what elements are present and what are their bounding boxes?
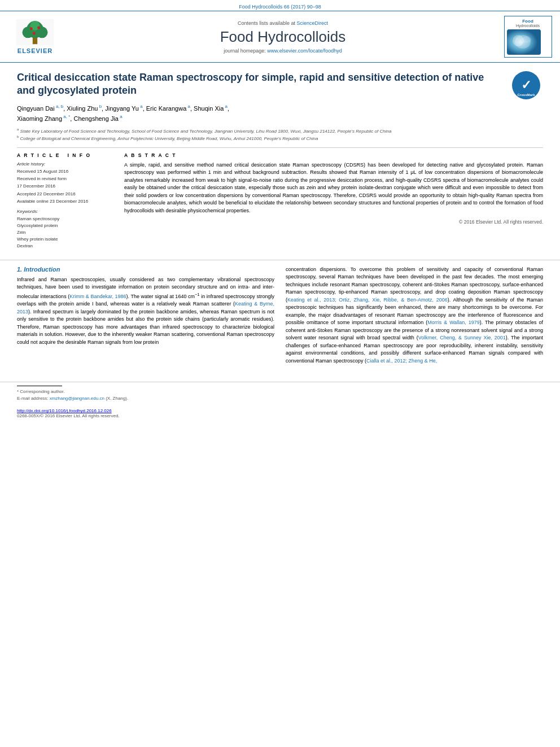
authors: Qingyuan Dai a, b, Xiuling Zhu b, Jingya… [17, 103, 543, 124]
sciencedirect-anchor[interactable]: ScienceDirect [297, 20, 329, 26]
intro-para-1: Infrared and Raman spectroscopies, usual… [17, 276, 274, 347]
keyword-dextran: Dextran [17, 243, 116, 250]
affiliations: a State Key Laboratory of Food Science a… [17, 127, 543, 142]
keywords-label: Keywords: [17, 209, 116, 214]
article-content: Critical desiccation state Raman spectro… [0, 63, 560, 255]
elsevier-logo-area: ELSEVIER [7, 19, 63, 54]
cite-volkmer[interactable]: Volkmer, Cheng, & Sunney Xie, 2001 [418, 335, 506, 340]
intro-heading: 1. Introduction [17, 266, 274, 273]
email-note: E-mail address: xmzhang@jiangnan.edu.cn … [17, 395, 543, 402]
right-logo-title: Food [507, 19, 549, 24]
accepted-date: Accepted 22 December 2016 [17, 191, 116, 197]
right-logo-box: Food Hydrocolloids [502, 16, 553, 58]
svg-text:✓: ✓ [521, 78, 531, 92]
right-col: A B S T R A C T A simple, rapid, and sen… [124, 152, 543, 250]
right-logo-inner: Food Hydrocolloids [504, 16, 552, 58]
corresponding-note: * Corresponding author. [17, 388, 543, 395]
doi-anchor[interactable]: http://dx.doi.org/10.1016/j.foodhyd.2016… [17, 408, 112, 413]
keyword-zein: Zein [17, 229, 116, 236]
svg-point-6 [30, 27, 33, 30]
abstract-text: A simple, rapid, and sensitive method na… [124, 161, 543, 215]
article-info-abstract: A R T I C L E I N F O Article history: R… [17, 147, 543, 250]
svg-point-8 [33, 32, 36, 35]
keyword-whey: Whey protein isolate [17, 236, 116, 243]
copyright: © 2016 Elsevier Ltd. All rights reserved… [124, 219, 543, 225]
hydrocolloids-image [507, 29, 541, 55]
history-label: Article history: [17, 161, 116, 167]
keyword-raman: Raman spectroscopy [17, 216, 116, 222]
cite-keating-byrne[interactable]: Keating & Byrne, 2013 [17, 301, 274, 314]
available-date: Available online 23 December 2016 [17, 198, 116, 204]
homepage-url[interactable]: www.elsevier.com/locate/foodhyd [267, 48, 342, 54]
journal-header: ELSEVIER Contents lists available at Sci… [0, 11, 560, 63]
issn-line: 0268-005X/© 2016 Elsevier Ltd. All right… [17, 413, 543, 418]
received-revised-label: Received in revised form [17, 176, 116, 182]
body-right: concentration dispersions. To overcome t… [286, 266, 543, 368]
svg-point-11 [522, 36, 531, 43]
cite-krimm[interactable]: Krimm & Bandekar, 1986 [69, 294, 126, 299]
cite-morris[interactable]: Morris & Wallan, 1979 [427, 320, 480, 325]
top-bar: Food Hydrocolloids 66 (2017) 90–98 [0, 0, 560, 11]
journal-title: Food Hydrocolloids [69, 28, 497, 46]
homepage-link: journal homepage: www.elsevier.com/locat… [69, 48, 497, 54]
footer-section: * Corresponding author. E-mail address: … [0, 382, 560, 422]
svg-text:CrossMark: CrossMark [517, 93, 535, 97]
footer-divider [17, 386, 62, 386]
keywords-section: Keywords: Raman spectroscopy Glycosylate… [17, 209, 116, 250]
email-link[interactable]: xmzhang@jiangnan.edu.cn [50, 396, 104, 401]
right-logo-subtitle: Hydrocolloids [507, 24, 549, 28]
sciencedirect-link: Contents lists available at ScienceDirec… [69, 20, 497, 26]
svg-point-7 [37, 27, 40, 29]
crossmark-icon: ✓ CrossMark [512, 71, 540, 99]
received-revised-date: 17 December 2016 [17, 183, 116, 189]
elsevier-text: ELSEVIER [18, 47, 53, 54]
cite-keating-2013[interactable]: Keating et al., 2013; Ortiz, Zhang, Xie,… [287, 297, 448, 303]
hydro-svg [507, 29, 541, 55]
body-two-col: 1. Introduction Infrared and Raman spect… [17, 266, 543, 368]
journal-reference: Food Hydrocolloids 66 (2017) 90–98 [239, 4, 321, 10]
keyword-glycosylated: Glycosylated protein [17, 222, 116, 229]
journal-center: Contents lists available at ScienceDirec… [63, 20, 502, 54]
body-section: 1. Introduction Infrared and Raman spect… [0, 260, 560, 377]
received-date: Received 15 August 2016 [17, 168, 116, 174]
cite-cialla[interactable]: Cialla et al., 2012; Zheng & He, [366, 358, 437, 364]
left-col: A R T I C L E I N F O Article history: R… [17, 152, 116, 250]
body-left: 1. Introduction Infrared and Raman spect… [17, 266, 274, 368]
doi-link: http://dx.doi.org/10.1016/j.foodhyd.2016… [17, 408, 543, 413]
crossmark-badge: ✓ CrossMark [512, 71, 543, 102]
elsevier-tree-icon [15, 19, 55, 47]
intro-para-2: concentration dispersions. To overcome t… [286, 266, 543, 365]
article-title: Critical desiccation state Raman spectro… [17, 71, 543, 98]
page: Food Hydrocolloids 66 (2017) 90–98 ELSEV… [0, 0, 560, 747]
abstract-heading: A B S T R A C T [124, 152, 543, 158]
crossmark-circle: ✓ CrossMark [512, 71, 540, 99]
article-info-heading: A R T I C L E I N F O [17, 152, 116, 158]
